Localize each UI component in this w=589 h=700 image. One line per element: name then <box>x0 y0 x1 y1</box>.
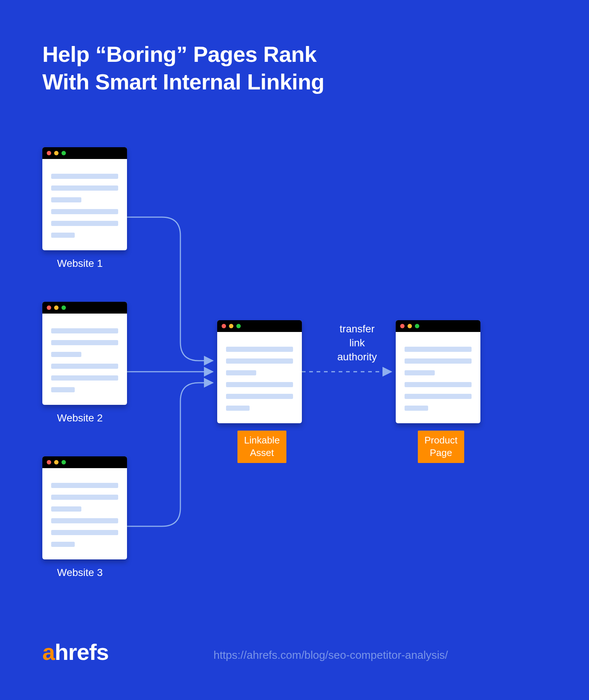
text-line-icon <box>51 352 81 357</box>
browser-bar <box>42 456 127 468</box>
text-line-icon <box>51 221 118 226</box>
text-line-icon <box>51 233 75 238</box>
page-body <box>217 332 302 420</box>
text-line-icon <box>51 364 118 369</box>
text-line-icon <box>51 197 81 202</box>
window-dot-yellow-icon <box>54 305 59 310</box>
text-line-icon <box>51 185 118 191</box>
text-line-icon <box>51 518 118 523</box>
text-line-icon <box>51 542 75 547</box>
badge-line-2: Page <box>430 447 452 458</box>
window-dot-yellow-icon <box>54 460 59 464</box>
text-line-icon <box>51 483 118 488</box>
text-line-icon <box>226 394 293 399</box>
browser-bar <box>42 302 127 314</box>
transfer-line-3: authority <box>337 351 377 363</box>
text-line-icon <box>226 406 250 411</box>
page-body <box>42 159 127 247</box>
website-1-card <box>42 147 127 250</box>
browser-bar <box>396 320 480 332</box>
badge-line-2: Asset <box>250 447 274 458</box>
text-line-icon <box>51 174 118 179</box>
window-dot-red-icon <box>222 324 226 328</box>
transfer-line-1: transfer <box>340 323 375 335</box>
website-2-card <box>42 302 127 405</box>
linkable-asset-badge: Linkable Asset <box>237 431 286 463</box>
window-dot-red-icon <box>400 324 405 328</box>
text-line-icon <box>405 358 472 364</box>
window-dot-red-icon <box>47 460 51 464</box>
window-dot-red-icon <box>47 305 51 310</box>
transfer-label: transfer link authority <box>326 322 388 364</box>
text-line-icon <box>51 375 118 381</box>
badge-line-1: Product <box>424 435 458 446</box>
page-body <box>42 468 127 556</box>
text-line-icon <box>226 347 293 352</box>
browser-bar <box>217 320 302 332</box>
window-dot-yellow-icon <box>54 151 59 155</box>
page-body <box>42 314 127 401</box>
linkable-asset-card <box>217 320 302 423</box>
window-dot-green-icon <box>61 305 66 310</box>
website-3-card <box>42 456 127 559</box>
transfer-line-2: link <box>349 337 365 349</box>
title-line-1: Help “Boring” Pages Rank <box>42 42 317 67</box>
text-line-icon <box>226 382 293 387</box>
text-line-icon <box>405 382 472 387</box>
text-line-icon <box>51 506 81 512</box>
text-line-icon <box>51 495 118 500</box>
text-line-icon <box>51 530 118 535</box>
window-dot-yellow-icon <box>229 324 233 328</box>
product-page-badge: Product Page <box>418 431 464 463</box>
product-page-card <box>396 320 480 423</box>
ahrefs-logo: ahrefs <box>42 639 109 665</box>
text-line-icon <box>405 394 472 399</box>
text-line-icon <box>226 370 256 375</box>
window-dot-red-icon <box>47 151 51 155</box>
window-dot-yellow-icon <box>408 324 412 328</box>
diagram-title: Help “Boring” Pages Rank With Smart Inte… <box>42 40 324 96</box>
window-dot-green-icon <box>61 151 66 155</box>
window-dot-green-icon <box>236 324 241 328</box>
text-line-icon <box>51 328 118 333</box>
text-line-icon <box>405 370 435 375</box>
website-2-label: Website 2 <box>57 412 103 424</box>
logo-rest: hrefs <box>54 639 109 665</box>
text-line-icon <box>226 358 293 364</box>
title-line-2: With Smart Internal Linking <box>42 70 324 94</box>
logo-prefix: a <box>42 639 54 665</box>
website-3-label: Website 3 <box>57 567 103 579</box>
text-line-icon <box>405 347 472 352</box>
footer-url: https://ahrefs.com/blog/seo-competitor-a… <box>214 649 448 661</box>
page-body <box>396 332 480 420</box>
window-dot-green-icon <box>415 324 419 328</box>
browser-bar <box>42 147 127 159</box>
text-line-icon <box>51 209 118 214</box>
window-dot-green-icon <box>61 460 66 464</box>
text-line-icon <box>51 387 75 392</box>
badge-line-1: Linkable <box>244 435 280 446</box>
text-line-icon <box>51 340 118 345</box>
text-line-icon <box>405 406 428 411</box>
website-1-label: Website 1 <box>57 258 103 269</box>
